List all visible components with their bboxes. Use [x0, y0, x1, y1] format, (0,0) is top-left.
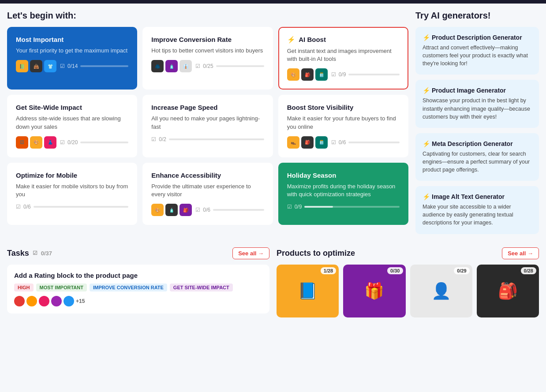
cards-grid: Most Important Your first priority to ge… — [7, 27, 408, 225]
lightning-icon: ⚡ — [423, 140, 430, 147]
ai-card-title: ⚡ Product Image Generator — [423, 87, 532, 94]
avatar: 🫙 — [315, 68, 328, 81]
card-desc-page-speed: All you need to make your pages lightnin… — [151, 115, 264, 131]
card-enhance-accessibility[interactable]: Enhance Accessibility Provide the ultima… — [142, 163, 273, 225]
ai-card-alt-text[interactable]: ⚡ Image Alt Text Generator Make your sit… — [415, 186, 539, 234]
tasks-count: 0/37 — [41, 250, 52, 257]
card-title-optimize-mobile: Optimize for Mobile — [16, 172, 128, 179]
product-badge-2: 0/30 — [387, 267, 403, 274]
ai-card-product-description[interactable]: ⚡ Product Description Generator Attract … — [415, 27, 539, 75]
avatar: 🫙 — [315, 136, 328, 149]
progress-area: ☑ 0/6 — [16, 204, 128, 210]
card-optimize-mobile[interactable]: Optimize for Mobile Make it easier for m… — [7, 163, 137, 225]
avatar: 🎨 — [287, 68, 299, 81]
avatar: 🎒 — [180, 204, 192, 216]
avatar: 👔 — [180, 60, 192, 72]
check-icon: ☑ — [60, 63, 65, 69]
product-card-3[interactable]: 0/29 👤 — [410, 265, 472, 317]
card-desc-improve-conversion: Hot tips to better convert visitors into… — [151, 47, 264, 55]
lightning-icon: ⚡ — [287, 36, 295, 43]
card-avatars: 🖼 🎨 👗 — [16, 136, 56, 149]
ai-card-desc: Attract and convert effectively—making c… — [423, 44, 532, 67]
progress-text: 0/6 — [203, 207, 210, 213]
ai-card-desc: Make your site accessible to a wider aud… — [423, 203, 532, 227]
card-desc-site-wide: Address site-wide issues that are slowin… — [16, 115, 128, 131]
card-most-important[interactable]: Most Important Your first priority to ge… — [7, 27, 137, 90]
card-avatars: 👞 🎒 🫙 — [287, 136, 328, 149]
task-avatar-plus: +15 — [76, 298, 85, 304]
progress-area: ☑ 0/9 — [331, 71, 400, 78]
tag-convert: IMPROVE CONVERSION RATE — [90, 284, 167, 291]
task-avatar — [51, 296, 62, 306]
card-page-speed[interactable]: Increase Page Speed All you need to make… — [142, 95, 273, 157]
card-holiday-season[interactable]: Holiday Season Maximize profits during t… — [278, 163, 408, 225]
card-title-enhance-accessibility: Enhance Accessibility — [151, 172, 264, 179]
check-icon: ☑ — [151, 136, 156, 142]
avatar: 🎨 — [30, 136, 42, 149]
task-check-icon: ☑ — [33, 250, 37, 256]
card-avatars: 🧥 🧴 👔 — [151, 60, 192, 72]
section-title: Let's begin with: — [7, 11, 408, 21]
avatar: 👕 — [44, 60, 56, 72]
avatar: 📗 — [16, 60, 28, 72]
card-desc-ai-boost: Get instant text and images improvement … — [287, 47, 400, 63]
avatar: 🎒 — [301, 68, 314, 81]
progress-bar-bg — [213, 209, 264, 211]
ai-card-title: ⚡ Meta Description Generator — [423, 140, 532, 147]
card-footer-enhance-accessibility: 🎨 🧴 🎒 ☑ 0/6 — [151, 204, 264, 216]
progress-bar-bg — [34, 206, 129, 208]
ai-card-meta-description[interactable]: ⚡ Meta Description Generator Captivating… — [415, 133, 539, 181]
card-footer-site-wide: 🖼 🎨 👗 ☑ 0/20 — [16, 136, 128, 149]
card-footer-boost-store: 👞 🎒 🫙 ☑ 0/6 — [287, 136, 400, 149]
ai-card-desc: Showcase your product in the best light … — [423, 97, 532, 120]
card-desc-boost-store: Make it easier for your future buyers to… — [287, 115, 400, 131]
check-icon: ☑ — [195, 207, 200, 213]
card-ai-boost[interactable]: ⚡ AI Boost Get instant text and images i… — [278, 27, 408, 90]
tag-high: HIGH — [14, 284, 34, 291]
check-icon: ☑ — [287, 204, 292, 210]
card-avatars: 🎨 🧴 🎒 — [151, 204, 192, 216]
progress-bar-fill — [304, 206, 333, 208]
tag-most-important: MOST IMPORTANT — [36, 284, 87, 291]
progress-bar-bg — [80, 65, 128, 67]
card-boost-store[interactable]: Boost Store Visibility Make it easier fo… — [278, 95, 408, 157]
progress-bar-bg — [80, 142, 128, 143]
tasks-header: Tasks ☑ 0/37 See all → — [7, 247, 269, 259]
progress-area: ☑ 0/6 — [331, 139, 400, 146]
tasks-title: Tasks ☑ 0/37 — [7, 249, 52, 258]
check-icon: ☑ — [16, 204, 21, 210]
card-title-site-wide: Get Site-Wide Impact — [16, 104, 128, 111]
card-improve-conversion[interactable]: Improve Conversion Rate Hot tips to bett… — [142, 27, 273, 90]
card-title-improve-conversion: Improve Conversion Rate — [151, 36, 264, 43]
ai-card-product-image[interactable]: ⚡ Product Image Generator Showcase your … — [415, 80, 539, 127]
ai-generators-panel: Try AI generators! ⚡ Product Description… — [415, 11, 539, 239]
progress-text: 0/9 — [339, 71, 346, 78]
ai-section-title: Try AI generators! — [415, 11, 539, 21]
ai-card-title: ⚡ Product Description Generator — [423, 34, 532, 41]
avatar: 👜 — [30, 60, 42, 72]
lightning-icon: ⚡ — [423, 34, 430, 41]
product-badge-1: 1/28 — [321, 267, 336, 274]
products-see-all-button[interactable]: See all → — [502, 247, 539, 259]
avatar: 👞 — [287, 136, 299, 149]
progress-area: ☑ 0/6 — [195, 207, 264, 213]
check-icon: ☑ — [195, 63, 200, 69]
avatar: 👗 — [44, 136, 56, 149]
card-site-wide[interactable]: Get Site-Wide Impact Address site-wide i… — [7, 95, 137, 157]
card-desc-optimize-mobile: Make it easier for mobile visitors to bu… — [16, 183, 128, 198]
product-card-2[interactable]: 0/30 🎁 — [343, 265, 405, 317]
card-title-holiday-season: Holiday Season — [287, 172, 400, 179]
task-title: Add a Rating block to the product page — [14, 272, 262, 279]
products-header: Products to optimize See all → — [277, 247, 539, 259]
card-desc-enhance-accessibility: Provide the ultimate user experience to … — [151, 183, 264, 198]
avatar: 🧴 — [165, 204, 178, 216]
progress-text: 0/6 — [23, 204, 31, 210]
products-title: Products to optimize — [277, 249, 355, 258]
progress-bar-bg — [216, 65, 264, 67]
product-card-4[interactable]: 0/28 🎒 — [477, 265, 539, 317]
card-desc-most-important: Your first priority to get the maximum i… — [16, 47, 128, 55]
product-card-1[interactable]: 1/28 📘 — [277, 265, 339, 317]
progress-bar-bg — [348, 142, 400, 143]
tasks-see-all-button[interactable]: See all → — [232, 247, 269, 259]
progress-text: 0/20 — [67, 139, 78, 146]
